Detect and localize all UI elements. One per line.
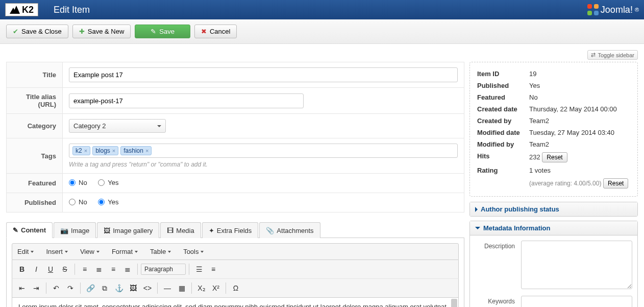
menu-edit[interactable]: Edit <box>17 248 34 255</box>
hr-button[interactable]: — <box>161 281 174 295</box>
featured-yes-radio[interactable]: Yes <box>98 179 118 186</box>
save-new-button[interactable]: ✚Save & New <box>72 25 131 38</box>
image-button[interactable]: 🖼 <box>127 281 140 295</box>
align-center-button[interactable]: ≣ <box>92 263 106 276</box>
toolbar: ✔Save & Close ✚Save & New ✎Save ✖Cancel <box>0 19 644 44</box>
tab-attachments[interactable]: 📎Attachments <box>259 222 320 238</box>
info-published-label: Published <box>476 80 527 91</box>
published-label: Published <box>7 193 63 212</box>
align-right-button[interactable]: ≡ <box>107 263 120 276</box>
modified-date-value: Tuesday, 27 May 2014 03:40 <box>528 127 631 138</box>
number-list-button[interactable]: ≡ <box>207 263 220 276</box>
created-date-label: Created date <box>476 104 527 114</box>
align-left-button[interactable]: ≡ <box>78 263 91 276</box>
tag-pill[interactable]: fashion× <box>120 146 152 155</box>
metadata-header[interactable]: Metadata Information <box>470 221 637 235</box>
tags-label: Tags <box>7 138 63 174</box>
superscript-button[interactable]: X² <box>209 281 222 295</box>
description-textarea[interactable] <box>521 241 632 289</box>
modified-by-label: Modified by <box>476 139 527 150</box>
redo-button[interactable]: ↷ <box>64 281 77 295</box>
created-by-value: Team2 <box>528 115 631 126</box>
editor-toolbar-row1: B I U S ≡ ≣ ≡ ≣ Paragraph ☰ ≡ <box>12 260 459 278</box>
editor-menubar: Edit Insert View Format Table Tools <box>12 243 459 260</box>
menu-view[interactable]: View <box>80 248 100 255</box>
tags-input[interactable]: k2× blogs× fashion× <box>69 144 458 158</box>
tag-remove-icon[interactable]: × <box>84 148 87 154</box>
created-by-label: Created by <box>476 115 527 126</box>
menu-tools[interactable]: Tools <box>183 248 204 255</box>
modified-date-label: Modified date <box>476 127 527 138</box>
underline-button[interactable]: U <box>44 263 57 276</box>
subscript-button[interactable]: X₂ <box>195 281 208 295</box>
published-no-radio[interactable]: No <box>69 198 87 206</box>
modified-by-value: Team2 <box>528 139 631 150</box>
arrows-icon: ⇄ <box>591 52 596 58</box>
reset-hits-button[interactable]: Reset <box>542 152 567 162</box>
alias-input[interactable] <box>69 93 304 108</box>
check-icon: ✔ <box>13 28 18 35</box>
tab-image[interactable]: 📷Image <box>54 222 96 238</box>
strike-button[interactable]: S <box>58 263 71 276</box>
chevron-down-icon <box>135 251 138 253</box>
chevron-down-icon <box>65 251 68 253</box>
info-published-value: Yes <box>528 80 631 91</box>
align-justify-button[interactable]: ≣ <box>121 263 134 276</box>
reset-rating-button[interactable]: Reset <box>603 178 628 188</box>
bullet-list-button[interactable]: ☰ <box>192 263 206 276</box>
joomla-icon <box>587 4 599 15</box>
caret-down-icon <box>475 227 480 229</box>
featured-no-radio[interactable]: No <box>69 179 87 186</box>
tab-extra[interactable]: ✦Extra Fields <box>202 222 259 238</box>
info-featured-value: No <box>528 92 631 103</box>
tag-pill[interactable]: k2× <box>72 146 90 155</box>
outdent-button[interactable]: ⇤ <box>15 281 29 295</box>
form-table: Title Title alias (URL) Category Categor… <box>6 62 464 212</box>
images-icon: 🖼 <box>104 227 110 234</box>
code-button[interactable]: <> <box>141 281 154 295</box>
camera-icon: 📷 <box>60 227 68 234</box>
menu-table[interactable]: Table <box>150 248 171 255</box>
indent-button[interactable]: ⇥ <box>30 281 43 295</box>
chevron-down-icon <box>31 251 34 253</box>
hits-label: Hits <box>476 151 527 164</box>
joomla-logo: Joomla!® <box>587 4 639 15</box>
anchor-button[interactable]: ⚓ <box>112 281 126 295</box>
save-button[interactable]: ✎Save <box>135 25 190 38</box>
title-input[interactable] <box>69 67 458 82</box>
keywords-textarea[interactable] <box>521 296 632 307</box>
menu-format[interactable]: Format <box>112 248 138 255</box>
editor-content[interactable]: Lorem ipsum dolor sit amet, consectetuer… <box>12 297 459 307</box>
tab-content[interactable]: ✎Content <box>6 222 53 238</box>
bold-button[interactable]: B <box>15 263 29 276</box>
author-status-header[interactable]: Author publishing status <box>470 202 637 216</box>
cancel-button[interactable]: ✖Cancel <box>194 25 237 38</box>
menu-insert[interactable]: Insert <box>46 248 68 255</box>
link-button[interactable]: 🔗 <box>84 281 97 295</box>
special-char-button[interactable]: Ω <box>229 281 242 295</box>
category-select[interactable]: Category 2 <box>69 119 166 133</box>
tag-pill[interactable]: blogs× <box>92 146 118 155</box>
published-yes-radio[interactable]: Yes <box>98 198 118 206</box>
unlink-button[interactable]: ⧉ <box>98 281 111 295</box>
tag-remove-icon[interactable]: × <box>145 148 148 154</box>
paperclip-icon: 📎 <box>266 227 274 234</box>
metadata-accordion: Metadata Information Description Keyword… <box>469 221 638 307</box>
scrollbar[interactable] <box>451 299 457 307</box>
save-close-button[interactable]: ✔Save & Close <box>6 25 68 38</box>
item-id-label: Item ID <box>476 68 527 79</box>
item-id-value: 19 <box>528 68 631 79</box>
italic-button[interactable]: I <box>30 263 43 276</box>
undo-button[interactable]: ↶ <box>49 281 63 295</box>
tab-gallery[interactable]: 🖼Image gallery <box>97 222 159 238</box>
rating-value: 1 votes <box>528 165 631 176</box>
mountain-icon <box>10 6 20 14</box>
tag-remove-icon[interactable]: × <box>112 148 115 154</box>
table-button[interactable]: ▦ <box>175 281 188 295</box>
format-select[interactable]: Paragraph <box>141 264 186 275</box>
toggle-sidebar-button[interactable]: ⇄ Toggle sidebar <box>587 50 638 60</box>
tab-media[interactable]: 🎞Media <box>160 222 201 238</box>
chevron-down-icon <box>157 125 161 127</box>
logo-text: K2 <box>22 5 34 15</box>
tags-hint: Write a tag and press "return" or "comma… <box>69 161 458 168</box>
